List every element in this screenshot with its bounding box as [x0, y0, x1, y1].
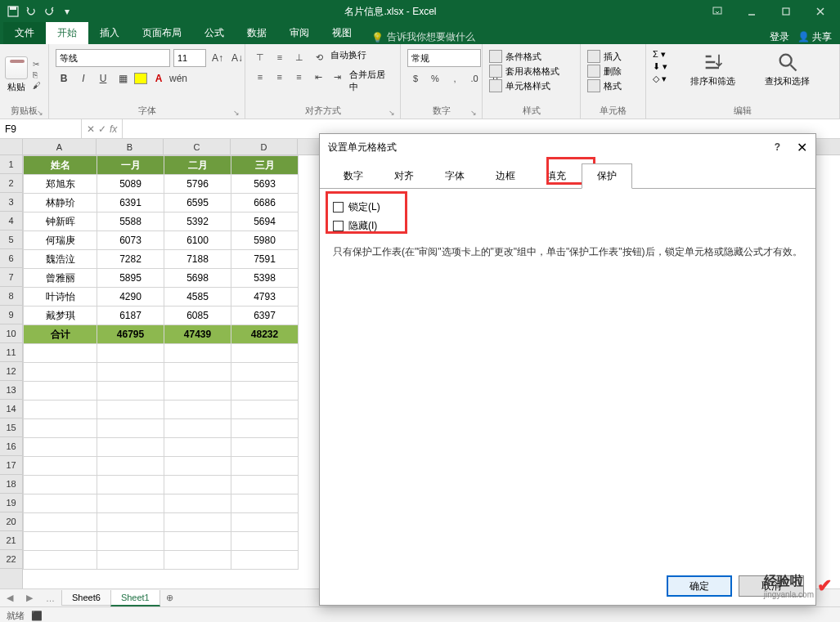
- sheet-tab-sheet1[interactable]: Sheet1: [110, 590, 160, 606]
- dialog-tab-number[interactable]: 数字: [328, 163, 379, 189]
- number-launcher-icon[interactable]: ↘: [470, 109, 477, 117]
- name-box[interactable]: F9: [0, 119, 82, 138]
- cell[interactable]: [97, 457, 164, 476]
- cell[interactable]: 钟新晖: [24, 213, 97, 231]
- row-header[interactable]: 19: [0, 494, 22, 512]
- row-header[interactable]: 5: [0, 230, 22, 249]
- percent-icon[interactable]: %: [427, 70, 443, 87]
- row-header[interactable]: 17: [0, 456, 22, 475]
- font-size-combo[interactable]: 11: [173, 49, 206, 67]
- cell[interactable]: [164, 344, 231, 363]
- cell[interactable]: [231, 476, 299, 494]
- cell[interactable]: [164, 513, 231, 532]
- cancel-formula-icon[interactable]: ✕: [87, 123, 95, 135]
- align-right-icon[interactable]: ≡: [290, 69, 307, 85]
- fill-color-button[interactable]: [134, 73, 147, 84]
- cell[interactable]: [164, 363, 231, 382]
- row-header[interactable]: 18: [0, 475, 22, 494]
- tab-data[interactable]: 数据: [236, 22, 278, 44]
- number-format-combo[interactable]: 常规: [407, 49, 481, 67]
- cell[interactable]: [231, 363, 299, 382]
- increase-decimal-icon[interactable]: .0: [466, 70, 483, 87]
- row-header[interactable]: 6: [0, 249, 22, 268]
- merge-button[interactable]: 合并后居中: [349, 69, 393, 93]
- cell[interactable]: 叶诗怡: [24, 288, 97, 307]
- cell[interactable]: 6397: [231, 307, 299, 325]
- row-header[interactable]: 2: [0, 174, 22, 193]
- sheet-nav-next-icon[interactable]: ▶: [20, 593, 39, 603]
- total-cell[interactable]: 48232: [231, 325, 299, 344]
- dialog-tab-font[interactable]: 字体: [429, 163, 480, 189]
- row-header[interactable]: 16: [0, 437, 22, 456]
- cell[interactable]: [231, 419, 299, 438]
- align-middle-icon[interactable]: ≡: [272, 49, 288, 65]
- cell[interactable]: 5693: [231, 175, 299, 194]
- sort-filter-button[interactable]: 排序和筛选: [684, 49, 742, 89]
- cell-grid[interactable]: 姓名 一月 二月 三月 郑旭东508957965693 林静玠639165956…: [23, 155, 299, 588]
- cell[interactable]: [24, 457, 97, 476]
- wrap-text-button[interactable]: 自动换行: [330, 49, 366, 65]
- qat-dropdown-icon[interactable]: ▾: [61, 5, 74, 18]
- col-header-C[interactable]: C: [164, 139, 231, 154]
- macro-record-icon[interactable]: ⬛: [31, 611, 43, 621]
- cell[interactable]: [164, 457, 231, 476]
- cell[interactable]: [97, 513, 164, 532]
- row-header[interactable]: 11: [0, 343, 22, 362]
- cell[interactable]: [97, 344, 164, 363]
- orientation-icon[interactable]: ⟲: [311, 49, 327, 65]
- row-header[interactable]: 20: [0, 512, 22, 531]
- row-header[interactable]: 9: [0, 306, 22, 324]
- col-header-B[interactable]: B: [97, 139, 164, 154]
- cell[interactable]: [24, 400, 97, 419]
- dialog-close-icon[interactable]: ✕: [797, 140, 807, 155]
- cell[interactable]: [97, 494, 164, 513]
- cell[interactable]: 4290: [97, 288, 164, 307]
- cell[interactable]: 曾雅丽: [24, 269, 97, 288]
- row-header[interactable]: 12: [0, 362, 22, 381]
- redo-icon[interactable]: [43, 5, 56, 18]
- cell[interactable]: [97, 400, 164, 419]
- tab-view[interactable]: 视图: [321, 22, 363, 44]
- comma-icon[interactable]: ,: [447, 70, 463, 87]
- tell-me[interactable]: 💡 告诉我你想要做什么: [371, 30, 475, 44]
- cell[interactable]: 5398: [231, 269, 299, 288]
- cell[interactable]: [164, 400, 231, 419]
- cell[interactable]: [97, 476, 164, 494]
- header-cell[interactable]: 二月: [164, 156, 231, 175]
- cell[interactable]: [24, 438, 97, 457]
- row-header[interactable]: 21: [0, 531, 22, 550]
- cell[interactable]: [24, 551, 97, 570]
- cell[interactable]: [164, 438, 231, 457]
- font-launcher-icon[interactable]: ↘: [233, 109, 240, 117]
- total-cell[interactable]: 46795: [97, 325, 164, 344]
- dialog-help-icon[interactable]: ?: [775, 141, 780, 153]
- cell[interactable]: [231, 494, 299, 513]
- col-header-D[interactable]: D: [231, 139, 298, 154]
- share-button[interactable]: 👤 共享: [797, 30, 832, 44]
- fill-icon[interactable]: ⬇ ▾: [653, 61, 667, 72]
- align-top-icon[interactable]: ⊤: [252, 49, 268, 65]
- cell[interactable]: [24, 494, 97, 513]
- cell[interactable]: [24, 363, 97, 382]
- select-all-corner[interactable]: [0, 139, 23, 155]
- close-icon[interactable]: [804, 0, 837, 23]
- font-color-button[interactable]: A: [150, 70, 167, 87]
- cell[interactable]: 5895: [97, 269, 164, 288]
- cell[interactable]: [231, 513, 299, 532]
- copy-icon[interactable]: ⎘: [33, 70, 41, 79]
- table-format-button[interactable]: 套用表格格式: [489, 64, 559, 78]
- cell[interactable]: [24, 476, 97, 494]
- cell[interactable]: [231, 551, 299, 570]
- cell[interactable]: [24, 382, 97, 400]
- clear-icon[interactable]: ◇ ▾: [653, 74, 667, 84]
- delete-cells-button[interactable]: 删除: [587, 64, 622, 78]
- cell[interactable]: 6187: [97, 307, 164, 325]
- align-left-icon[interactable]: ≡: [252, 69, 268, 85]
- cell[interactable]: [97, 363, 164, 382]
- cell[interactable]: [24, 513, 97, 532]
- cell[interactable]: 6391: [97, 194, 164, 213]
- align-center-icon[interactable]: ≡: [272, 69, 288, 85]
- cell[interactable]: 4793: [231, 288, 299, 307]
- underline-button[interactable]: U: [95, 70, 111, 87]
- font-name-combo[interactable]: 等线: [56, 49, 170, 67]
